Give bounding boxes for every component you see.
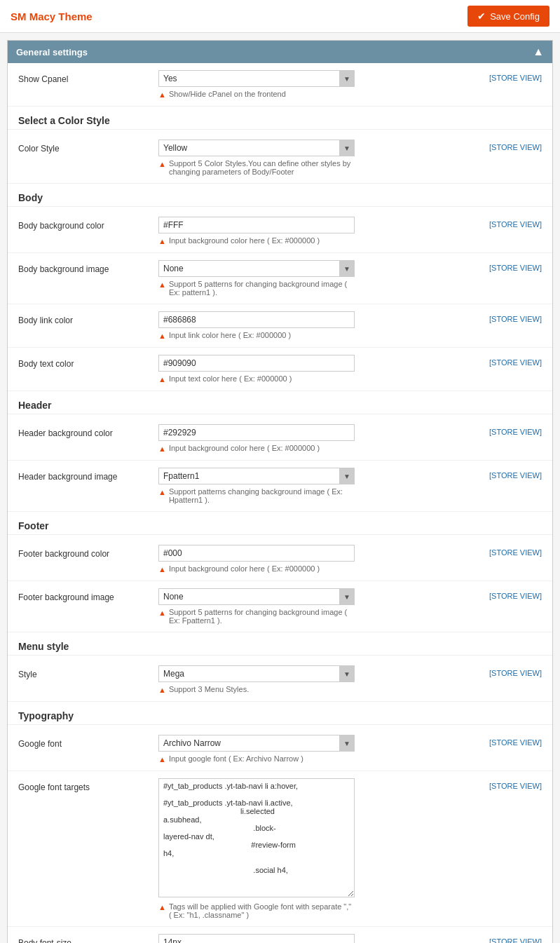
control-wrap-google_font: Archivo NarrowOpen SansRobotoLato▼▲Input… <box>158 735 479 764</box>
field-label-body_bg_image: Body background image <box>18 260 158 276</box>
store-view-style: [STORE VIEW] <box>489 665 542 677</box>
main-content: General settings ▲ Show CpanelYesNo▼▲Sho… <box>0 33 560 943</box>
field-label-google_font_targets: Google font targets <box>18 778 158 794</box>
field-label-color_style: Color Style <box>18 140 158 155</box>
field-label-footer_bg_image: Footer background image <box>18 588 158 604</box>
field-label-google_font: Google font <box>18 735 158 750</box>
hint-footer_bg_color: ▲Input background color here ( Ex: #0000… <box>158 564 355 574</box>
section-group-body_heading: Body <box>8 184 552 207</box>
select-body_bg_image[interactable]: NonePattern1Pattern2Pattern3Pattern4Patt… <box>158 260 355 277</box>
control-wrap-footer_bg_image: NoneFpattern1Fpattern2Fpattern3Fpattern4… <box>158 588 479 625</box>
hint-icon: ▲ <box>158 565 166 574</box>
section-header: General settings ▲ <box>8 41 552 63</box>
control-wrap-show_cpanel: YesNo▼▲Show/Hide cPanel on the frontend <box>158 70 479 99</box>
hint-body_bg_image: ▲Support 5 patterns for changing backgro… <box>158 280 355 297</box>
form-row-footer_bg_color: Footer background color▲Input background… <box>8 538 552 581</box>
store-view-show_cpanel: [STORE VIEW] <box>489 70 542 82</box>
hint-body_link_color: ▲Input link color here ( Ex: #000000 ) <box>158 331 355 340</box>
form-row-google_font_targets: Google font targets▲Tags will be applied… <box>8 771 552 927</box>
input-header_bg_color[interactable] <box>158 424 355 441</box>
section-title: General settings <box>16 47 88 57</box>
control-wrap-body_bg_color: ▲Input background color here ( Ex: #0000… <box>158 217 479 245</box>
store-view-header_bg_color: [STORE VIEW] <box>489 424 542 436</box>
select-google_font[interactable]: Archivo NarrowOpen SansRobotoLato <box>158 735 355 752</box>
hint-icon: ▲ <box>158 445 166 453</box>
store-view-body_bg_color: [STORE VIEW] <box>489 217 542 229</box>
save-config-button[interactable]: ✔ Save Config <box>467 6 549 27</box>
hint-text-header_bg_image: Support patterns changing background ima… <box>169 487 355 504</box>
hint-color_style: ▲Support 5 Color Styles.You can define o… <box>158 159 355 176</box>
section-group-footer_heading: Footer <box>8 512 552 535</box>
hint-text-footer_bg_image: Support 5 patterns for changing backgrou… <box>169 608 355 625</box>
form-row-body_link_color: Body link color▲Input link color here ( … <box>8 304 552 348</box>
section-group-header_heading: Header <box>8 391 552 414</box>
input-body_link_color[interactable] <box>158 311 355 328</box>
control-wrap-header_bg_image: NoneFpattern1Fpattern2Fpattern3Fpattern4… <box>158 468 479 504</box>
input-body_font_size[interactable] <box>158 934 355 943</box>
hint-body_bg_color: ▲Input background color here ( Ex: #0000… <box>158 236 355 245</box>
control-wrap-body_link_color: ▲Input link color here ( Ex: #000000 ) <box>158 311 479 340</box>
section-group-menu_style_heading: Menu style <box>8 632 552 656</box>
store-view-footer_bg_color: [STORE VIEW] <box>489 545 542 557</box>
select-color_style[interactable]: YellowBlueRedGreenDefault <box>158 140 355 156</box>
input-body_bg_color[interactable] <box>158 217 355 233</box>
hint-show_cpanel: ▲Show/Hide cPanel on the frontend <box>158 90 355 99</box>
select-show_cpanel[interactable]: YesNo <box>158 70 355 87</box>
section-group-color_style_heading: Select a Color Style <box>8 107 552 130</box>
hint-text-body_bg_color: Input background color here ( Ex: #00000… <box>169 236 320 245</box>
hint-icon: ▲ <box>158 686 166 694</box>
hint-icon: ▲ <box>158 280 166 289</box>
input-body_text_color[interactable] <box>158 355 355 372</box>
hint-footer_bg_image: ▲Support 5 patterns for changing backgro… <box>158 608 355 625</box>
form-row-body_bg_image: Body background imageNonePattern1Pattern… <box>8 253 552 304</box>
hint-style: ▲Support 3 Menu Styles. <box>158 685 355 694</box>
field-label-header_bg_image: Header background image <box>18 468 158 483</box>
textarea-google_font_targets[interactable] <box>158 778 355 897</box>
hint-header_bg_image: ▲Support patterns changing background im… <box>158 487 355 504</box>
collapse-icon[interactable]: ▲ <box>533 46 544 58</box>
store-view-body_text_color: [STORE VIEW] <box>489 355 542 367</box>
hint-text-show_cpanel: Show/Hide cPanel on the frontend <box>169 90 286 98</box>
hint-text-header_bg_color: Input background color here ( Ex: #00000… <box>169 444 320 452</box>
store-view-google_font: [STORE VIEW] <box>489 735 542 747</box>
hint-google_font: ▲Input google font ( Ex: Archivo Narrow … <box>158 754 355 764</box>
hint-icon: ▲ <box>158 609 166 617</box>
control-wrap-footer_bg_color: ▲Input background color here ( Ex: #0000… <box>158 545 479 574</box>
hint-text-body_link_color: Input link color here ( Ex: #000000 ) <box>169 331 291 339</box>
field-label-show_cpanel: Show Cpanel <box>18 70 158 86</box>
field-label-header_bg_color: Header background color <box>18 424 158 440</box>
store-view-body_bg_image: [STORE VIEW] <box>489 260 542 272</box>
control-wrap-color_style: YellowBlueRedGreenDefault▼▲Support 5 Col… <box>158 140 479 176</box>
section-group-typography_heading: Typography <box>8 702 552 725</box>
general-settings-panel: General settings ▲ Show CpanelYesNo▼▲Sho… <box>7 40 553 943</box>
form-row-google_font: Google fontArchivo NarrowOpen SansRoboto… <box>8 728 552 771</box>
form-row-header_bg_color: Header background color▲Input background… <box>8 417 552 461</box>
field-label-body_bg_color: Body background color <box>18 217 158 232</box>
hint-google_font_targets: ▲Tags will be applied with Google font w… <box>158 902 355 919</box>
form-row-color_style: Color StyleYellowBlueRedGreenDefault▼▲Su… <box>8 133 552 184</box>
hint-text-footer_bg_color: Input background color here ( Ex: #00000… <box>169 564 320 573</box>
hint-icon: ▲ <box>158 903 166 911</box>
select-wrap-header_bg_image: NoneFpattern1Fpattern2Fpattern3Fpattern4… <box>158 468 355 484</box>
control-wrap-style: MegaDropdownAccordion▼▲Support 3 Menu St… <box>158 665 479 694</box>
hint-icon: ▲ <box>158 160 166 168</box>
form-row-header_bg_image: Header background imageNoneFpattern1Fpat… <box>8 461 552 512</box>
control-wrap-body_font_size: ▲Input body font size text ( Ex: 14px ) <box>158 934 479 943</box>
store-view-body_link_color: [STORE VIEW] <box>489 311 542 323</box>
select-footer_bg_image[interactable]: NoneFpattern1Fpattern2Fpattern3Fpattern4… <box>158 588 355 605</box>
form-row-show_cpanel: Show CpanelYesNo▼▲Show/Hide cPanel on th… <box>8 63 552 107</box>
store-view-body_font_size: [STORE VIEW] <box>489 934 542 943</box>
select-header_bg_image[interactable]: NoneFpattern1Fpattern2Fpattern3Fpattern4… <box>158 468 355 484</box>
field-label-body_link_color: Body link color <box>18 311 158 327</box>
field-label-body_text_color: Body text color <box>18 355 158 370</box>
store-view-google_font_targets: [STORE VIEW] <box>489 778 542 790</box>
input-footer_bg_color[interactable] <box>158 545 355 562</box>
select-wrap-color_style: YellowBlueRedGreenDefault▼ <box>158 140 355 156</box>
hint-text-google_font_targets: Tags will be applied with Google font wi… <box>169 902 355 919</box>
select-wrap-style: MegaDropdownAccordion▼ <box>158 665 355 682</box>
select-style[interactable]: MegaDropdownAccordion <box>158 665 355 682</box>
store-view-color_style: [STORE VIEW] <box>489 140 542 151</box>
hint-icon: ▲ <box>158 488 166 496</box>
form-row-style: StyleMegaDropdownAccordion▼▲Support 3 Me… <box>8 658 552 702</box>
hint-text-color_style: Support 5 Color Styles.You can define ot… <box>169 159 355 176</box>
